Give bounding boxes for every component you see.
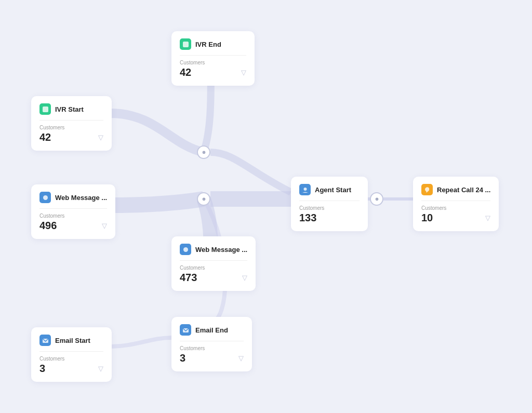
- email-end-value-row: 3 ▽: [180, 352, 244, 364]
- repeat-call-title: Repeat Call 24 ...: [437, 186, 490, 194]
- node-email-end[interactable]: Email End Customers 3 ▽: [171, 317, 252, 371]
- node-web-message-center[interactable]: Web Message ... Customers 473 ▽: [171, 236, 256, 291]
- repeat-call-label: Customers: [421, 205, 490, 211]
- email-start-icon: [39, 335, 51, 346]
- junction-2-label: ⊗: [202, 197, 206, 202]
- agent-start-value-row: 133: [299, 212, 360, 224]
- junction-3-label: ⊗: [375, 197, 379, 202]
- divider: [39, 120, 103, 121]
- web-left-chevron[interactable]: ▽: [102, 222, 107, 230]
- node-header-email-end: Email End: [180, 324, 244, 336]
- node-header-email-start: Email Start: [39, 335, 103, 346]
- divider: [180, 260, 247, 261]
- ivr-end-value: 42: [180, 66, 191, 78]
- divider: [39, 351, 103, 352]
- node-ivr-start[interactable]: IVR Start Customers 42 ▽: [31, 96, 112, 151]
- ivr-start-value: 42: [39, 131, 51, 143]
- email-start-label: Customers: [39, 356, 103, 362]
- web-center-label: Customers: [180, 265, 247, 271]
- node-header-web-left: Web Message ...: [39, 192, 107, 203]
- node-header-repeat-call: Repeat Call 24 ...: [421, 184, 490, 195]
- flow-canvas: IVR End Customers 42 ▽ IVR Start Custome…: [0, 0, 532, 413]
- node-ivr-end[interactable]: IVR End Customers 42 ▽: [171, 31, 255, 86]
- web-left-label: Customers: [39, 213, 107, 219]
- email-end-icon: [180, 324, 191, 336]
- ivr-start-label: Customers: [39, 125, 103, 130]
- node-header-web-center: Web Message ...: [180, 244, 247, 255]
- svg-point-2: [43, 195, 48, 200]
- repeat-call-icon: [421, 184, 433, 195]
- junction-1: ⊗: [197, 145, 210, 159]
- ivr-start-icon: [39, 103, 51, 115]
- web-center-icon: [180, 244, 191, 255]
- divider: [180, 341, 244, 341]
- agent-start-icon: [299, 184, 311, 195]
- ivr-start-chevron[interactable]: ▽: [98, 134, 103, 141]
- web-center-title: Web Message ...: [195, 246, 247, 254]
- agent-start-title: Agent Start: [315, 186, 351, 194]
- web-center-chevron[interactable]: ▽: [242, 274, 247, 282]
- node-header-ivr-start: IVR Start: [39, 103, 103, 115]
- email-start-value-row: 3 ▽: [39, 363, 103, 375]
- ivr-end-label: Customers: [180, 60, 246, 65]
- divider: [39, 208, 107, 209]
- node-header-agent-start: Agent Start: [299, 184, 360, 195]
- web-left-value: 496: [39, 220, 57, 232]
- node-agent-start[interactable]: Agent Start Customers 133: [291, 177, 368, 231]
- web-center-value-row: 473 ▽: [180, 272, 247, 284]
- web-left-title: Web Message ...: [55, 194, 107, 202]
- web-left-icon: [39, 192, 51, 203]
- svg-rect-0: [183, 42, 189, 47]
- junction-1-label: ⊗: [202, 150, 206, 155]
- svg-rect-1: [43, 106, 48, 112]
- web-left-value-row: 496 ▽: [39, 220, 107, 232]
- email-end-title: Email End: [195, 326, 228, 334]
- agent-start-label: Customers: [299, 205, 360, 211]
- ivr-end-chevron[interactable]: ▽: [241, 69, 246, 76]
- ivr-start-value-row: 42 ▽: [39, 131, 103, 143]
- agent-start-value: 133: [299, 212, 316, 224]
- divider: [421, 201, 490, 201]
- email-start-title: Email Start: [55, 337, 90, 344]
- repeat-call-value: 10: [421, 212, 433, 224]
- email-end-label: Customers: [180, 345, 244, 351]
- node-web-message-left[interactable]: Web Message ... Customers 496 ▽: [31, 184, 115, 239]
- email-end-chevron[interactable]: ▽: [238, 354, 244, 362]
- ivr-end-title: IVR End: [195, 41, 221, 48]
- email-start-chevron[interactable]: ▽: [98, 365, 103, 372]
- divider: [180, 55, 246, 56]
- email-end-value: 3: [180, 352, 185, 364]
- svg-point-6: [303, 188, 307, 191]
- email-start-value: 3: [39, 363, 45, 375]
- repeat-call-chevron[interactable]: ▽: [485, 214, 490, 222]
- junction-2: ⊗: [197, 192, 210, 206]
- ivr-start-title: IVR Start: [55, 105, 84, 113]
- node-repeat-call[interactable]: Repeat Call 24 ... Customers 10 ▽: [413, 177, 499, 231]
- ivr-end-icon: [180, 38, 191, 50]
- ivr-end-value-row: 42 ▽: [180, 66, 246, 78]
- divider: [299, 201, 360, 201]
- web-center-value: 473: [180, 272, 197, 284]
- repeat-call-value-row: 10 ▽: [421, 212, 490, 224]
- svg-point-3: [183, 247, 188, 252]
- junction-3: ⊗: [370, 192, 383, 206]
- node-header-ivr-end: IVR End: [180, 38, 246, 50]
- node-email-start[interactable]: Email Start Customers 3 ▽: [31, 327, 112, 382]
